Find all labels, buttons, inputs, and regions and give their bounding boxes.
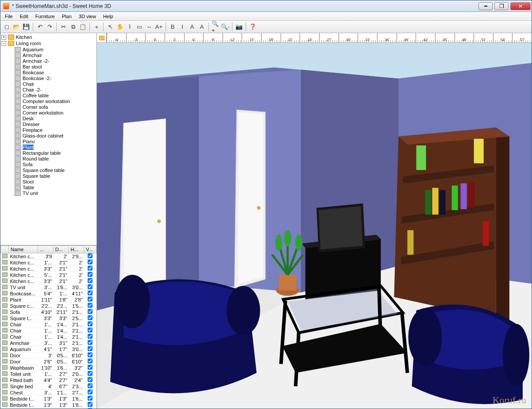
save-icon[interactable]: 💾 — [22, 23, 31, 31]
open-icon[interactable]: 📂 — [12, 23, 21, 31]
visible-checkbox[interactable] — [88, 284, 93, 289]
category-living-room[interactable]: −Living room — [1, 40, 96, 46]
catalog-item[interactable]: Dresser — [15, 121, 96, 127]
visible-checkbox[interactable] — [88, 402, 93, 407]
visible-checkbox[interactable] — [88, 291, 93, 295]
catalog-item[interactable]: Sofa — [15, 161, 96, 167]
table-row[interactable]: Kitchen c...3'3"2'1"2' — [1, 278, 96, 284]
room-icon[interactable]: ▭ — [135, 23, 144, 31]
table-row[interactable]: Bedside t...1'3"1'3"1'8... — [1, 402, 96, 408]
dimension-icon[interactable]: ↔ — [145, 23, 154, 31]
table-row[interactable]: Kitchen c...5'...2'1"2' — [1, 272, 96, 278]
visible-checkbox[interactable] — [88, 328, 93, 333]
redo-icon[interactable]: ↷ — [45, 23, 54, 31]
select-icon[interactable]: ↖ — [106, 23, 115, 31]
visible-checkbox[interactable] — [88, 334, 93, 339]
menu-help[interactable]: Help — [100, 13, 117, 20]
catalog-item[interactable]: TV unit — [15, 190, 96, 196]
catalog-item[interactable]: Glass-door cabinet — [15, 133, 96, 138]
font-up-icon[interactable]: A — [188, 23, 197, 31]
catalog-item[interactable]: Armchair -2- — [15, 58, 96, 64]
wall-icon[interactable]: ⌇ — [125, 23, 134, 31]
minimize-button[interactable]: ━ — [478, 2, 493, 10]
column-header[interactable]: ... — [38, 246, 54, 253]
zoom-out-icon[interactable]: 🔍- — [221, 23, 230, 31]
menu-edit[interactable]: Edit — [16, 13, 32, 20]
visible-checkbox[interactable] — [88, 390, 93, 394]
visible-checkbox[interactable] — [88, 396, 93, 401]
visible-checkbox[interactable] — [88, 253, 93, 258]
paste-icon[interactable]: 📋 — [78, 23, 87, 31]
visible-checkbox[interactable] — [88, 278, 93, 283]
cut-icon[interactable]: ✂ — [59, 23, 68, 31]
table-row[interactable]: Chair1'...1'4...2'1... — [1, 334, 96, 340]
catalog-panel[interactable]: +Kitchen−Living roomAquariumArmchairArmc… — [0, 33, 96, 245]
table-row[interactable]: Square t...3'3"3'3"2'5... — [1, 315, 96, 321]
catalog-item[interactable]: Corner workstation — [15, 110, 96, 115]
table-row[interactable]: Sofa4'10"2'11"2'1... — [1, 309, 96, 315]
catalog-item[interactable]: Fireplace — [15, 127, 96, 133]
visible-checkbox[interactable] — [88, 377, 93, 382]
category-kitchen[interactable]: +Kitchen — [1, 34, 96, 40]
menu-furniture[interactable]: Furniture — [32, 13, 58, 20]
catalog-item[interactable]: Round table — [15, 156, 96, 161]
table-row[interactable]: Corner b...6'...6'9"5'1... — [1, 408, 96, 409]
visible-checkbox[interactable] — [88, 272, 93, 277]
visible-checkbox[interactable] — [88, 303, 93, 308]
catalog-item[interactable]: Corner sofa — [15, 104, 96, 110]
menu-3d-view[interactable]: 3D view — [75, 13, 100, 20]
visible-checkbox[interactable] — [88, 359, 93, 363]
catalog-item[interactable]: Chair — [15, 81, 96, 87]
font-down-icon[interactable]: A — [197, 23, 206, 31]
catalog-item[interactable]: Armchair — [15, 52, 96, 58]
visible-checkbox[interactable] — [88, 346, 93, 351]
table-row[interactable]: Door3'0'5...6'10" — [1, 352, 96, 359]
visible-checkbox[interactable] — [88, 352, 93, 357]
visible-checkbox[interactable] — [88, 365, 93, 370]
table-row[interactable]: Chest3'...1'1...2'7... — [1, 390, 96, 396]
catalog-item[interactable]: Bar stool — [15, 64, 96, 69]
horizontal-ruler[interactable]: -6'-3'0'3'6'9'12'15'18'21'24'27'30'33'36… — [107, 33, 532, 43]
visible-checkbox[interactable] — [88, 383, 93, 388]
maximize-button[interactable]: ❐ — [494, 2, 509, 10]
italic-icon[interactable]: I — [178, 23, 187, 31]
catalog-item[interactable]: Aquarium — [15, 46, 96, 52]
table-row[interactable]: Washbasin1'10"1'6...3'2" — [1, 365, 96, 371]
catalog-item[interactable]: Plant — [15, 144, 96, 150]
visible-checkbox[interactable] — [88, 260, 93, 264]
zoom-in-icon[interactable]: 🔍+ — [211, 23, 220, 31]
table-row[interactable]: Armchair3'...3'1"2'1... — [1, 340, 96, 346]
table-row[interactable]: TV unit3'...1'8...3'0... — [1, 284, 96, 291]
visible-checkbox[interactable] — [88, 371, 93, 376]
visible-checkbox[interactable] — [88, 297, 93, 302]
titlebar[interactable]: * SweetHomeMan.sh3d - Sweet Home 3D ━ ❐ … — [0, 0, 532, 12]
catalog-item[interactable]: Chair -2- — [15, 87, 96, 92]
ruler-origin-icon[interactable] — [97, 33, 107, 43]
table-row[interactable]: Chair1'...1'4...2'1... — [1, 321, 96, 328]
copy-icon[interactable]: ⧉ — [69, 23, 77, 31]
table-row[interactable]: Kitchen c...3'92'2'9... — [1, 253, 96, 260]
pan-icon[interactable]: ✋ — [116, 23, 124, 31]
bold-icon[interactable]: B — [168, 23, 177, 31]
catalog-item[interactable]: Bookcase -2- — [15, 75, 96, 81]
visible-checkbox[interactable] — [88, 315, 93, 320]
text-icon[interactable]: A+ — [154, 23, 163, 31]
help-icon[interactable]: ❓ — [248, 23, 257, 31]
column-header[interactable]: Name — [9, 246, 38, 253]
catalog-item[interactable]: Bookcase — [15, 69, 96, 75]
photo-icon[interactable]: 📷 — [235, 23, 243, 31]
undo-icon[interactable]: ↶ — [35, 23, 44, 31]
catalog-item[interactable]: Computer workstation — [15, 98, 96, 104]
visible-checkbox[interactable] — [88, 408, 93, 409]
catalog-item[interactable]: Square coffee table — [15, 167, 96, 173]
table-row[interactable]: Door2'6"0'5...6'10" — [1, 359, 96, 365]
visible-checkbox[interactable] — [88, 266, 93, 271]
table-row[interactable]: Square c...2'2...2'2...1'5... — [1, 303, 96, 309]
table-row[interactable]: Toilet unit1'...2'7"2'0... — [1, 371, 96, 377]
column-header[interactable]: H... — [69, 246, 84, 253]
menu-plan[interactable]: Plan — [58, 13, 75, 20]
table-row[interactable]: Bookcase...5'4"1'...4'11" — [1, 291, 96, 297]
table-row[interactable]: Plant1'11"1'8"2'8" — [1, 297, 96, 303]
catalog-item[interactable]: Stool — [15, 179, 96, 184]
menu-file[interactable]: File — [1, 13, 16, 20]
